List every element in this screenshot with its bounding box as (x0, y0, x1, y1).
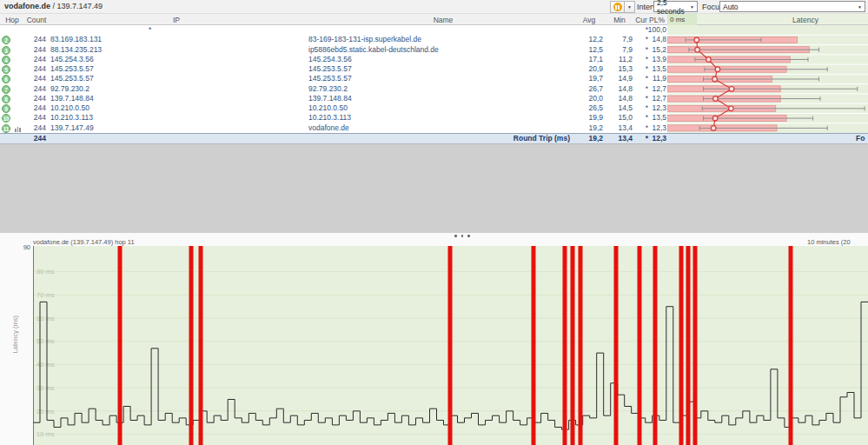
hop-packet-loss: 13,9 (641, 55, 666, 64)
target-host: vodafone.de (4, 2, 50, 10)
pause-dropdown-button[interactable]: ▼ (624, 1, 635, 13)
hop-ip: 10.210.0.50 (50, 103, 89, 113)
focus-select[interactable]: Auto▼ (719, 1, 865, 12)
hop-count: 244 (12, 45, 46, 55)
trace-toolbar: vodafone.de / 139.7.147.49 ▼ Interval 2,… (0, 0, 868, 14)
hop-name: ip5886ebd5.static.kabel-deutschland.de (308, 45, 439, 55)
hop-packet-loss: 12,3 (641, 103, 666, 113)
hop-avg: 12,2 (573, 35, 603, 44)
hop-avg: 26,7 (573, 84, 603, 94)
packet-loss-bar (532, 246, 536, 445)
col-pl[interactable]: PL% (646, 16, 667, 24)
timeline-chart[interactable]: 80 ms70 ms60 ms50 ms40 ms30 ms20 ms10 ms (0, 246, 868, 445)
hop-count: 244 (12, 64, 46, 74)
chevron-down-icon: ▼ (858, 4, 862, 10)
clipped-focus-text: Fo (856, 134, 865, 143)
zero-ms-tab: 0 ms (667, 14, 697, 25)
hop-ip: 139.7.148.84 (50, 94, 94, 103)
gridline-label: 30 ms (36, 384, 55, 392)
hop-avg: 20,9 (573, 64, 603, 74)
packet-loss-bar (199, 246, 203, 445)
pause-button[interactable] (610, 1, 624, 13)
hop-ip: 92.79.230.2 (50, 84, 89, 94)
avg-latency-dot (695, 47, 700, 52)
packet-loss-bar (789, 246, 793, 445)
hop-packet-loss: 11,9 (641, 74, 666, 83)
packet-loss-bar (693, 246, 698, 445)
hop-packet-loss: 13,5 (641, 113, 666, 123)
interval-select[interactable]: 2,5 seconds▼ (653, 1, 698, 12)
target-ip: / 139.7.147.49 (50, 2, 103, 10)
packet-loss-bar (653, 246, 658, 445)
hop-min: 14,8 (605, 84, 633, 94)
hop-ip: 145.253.5.57 (50, 64, 94, 74)
hop-packet-loss: 15,2 (641, 45, 666, 55)
hop-count: 244 (12, 74, 46, 83)
roundtrip-label: Round Trip (ms) (434, 134, 570, 143)
hop-min: 13,4 (605, 123, 633, 133)
hop-name: vodafone.de (308, 123, 349, 133)
hop-min: 15,0 (605, 113, 633, 123)
hop-packet-loss: 13,5 (641, 64, 666, 74)
hop-ip: * (149, 25, 151, 35)
hop-badge: 8 (2, 95, 10, 103)
col-name[interactable]: Name (306, 16, 580, 24)
hop-avg: 20,0 (573, 94, 603, 103)
hop-badge: 2 (2, 36, 10, 44)
hop-packet-loss: 12,7 (641, 84, 666, 94)
hop-count: 244 (12, 35, 46, 44)
hop-avg: 17,1 (573, 55, 603, 64)
col-hop[interactable]: Hop (0, 16, 24, 24)
hop-name: 139.7.148.84 (308, 94, 352, 103)
roundtrip-row[interactable]: 244 Round Trip (ms) 19,2 13,4 * 12,3 Fo (0, 133, 868, 144)
pingplotter-window: vodafone.de / 139.7.147.49 ▼ Interval 2,… (0, 0, 868, 445)
hop-min: 11,2 (605, 55, 633, 64)
avg-latency-dot (712, 76, 718, 82)
col-ip[interactable]: IP (49, 16, 304, 24)
hop-packet-loss: 12,3 (641, 123, 666, 133)
hop-badge: 10 (2, 114, 10, 123)
packet-loss-bar (579, 246, 583, 445)
gridline-label: 10 ms (36, 430, 55, 438)
hop-avg: 19,7 (573, 74, 603, 83)
hop-name: 145.254.3.56 (308, 55, 352, 64)
timeline-panel: vodafone.de (139.7.147.49) hop 11 10 min… (0, 233, 868, 445)
hop-count: 244 (12, 113, 46, 123)
hop-count: 244 (12, 103, 46, 113)
packet-loss-bar (571, 246, 575, 445)
hop-count: 244 (12, 55, 46, 64)
hop-latency-chart[interactable] (667, 25, 868, 133)
hop-name: 10.210.3.113 (308, 113, 351, 123)
hop-avg: 26,5 (573, 103, 603, 113)
packet-loss-bar (614, 246, 619, 445)
hop-badge: 7 (2, 85, 10, 94)
col-latency[interactable]: Latency (779, 16, 832, 24)
gridline-label: 60 ms (36, 315, 55, 322)
hop-badge: 9 (2, 104, 10, 113)
hop-packet-loss: 14,8 (641, 35, 666, 44)
hop-ip: 10.210.3.113 (50, 113, 93, 123)
roundtrip-pl: 12,3 (641, 134, 666, 143)
timeline-range-label: 10 minutes (20 (807, 238, 851, 246)
col-count[interactable]: Count (24, 16, 49, 24)
col-avg[interactable]: Avg (575, 16, 603, 24)
gridline-label: 50 ms (36, 337, 55, 345)
gridline-label: 20 ms (36, 408, 55, 415)
roundtrip-count: 244 (12, 134, 46, 143)
hop-name: 92.79.230.2 (308, 84, 348, 94)
interval-value: 2,5 seconds (657, 0, 686, 16)
hop-name: 145.253.5.57 (308, 74, 352, 83)
hop-ip: 83.169.183.131 (50, 35, 102, 44)
hop-avg: 19,2 (573, 123, 603, 133)
splitter-handle[interactable] (454, 235, 470, 237)
avg-latency-dot (729, 106, 734, 111)
gridline-label: 70 ms (36, 291, 55, 299)
hop-ip: 145.253.5.57 (50, 74, 94, 83)
col-min[interactable]: Min (606, 16, 633, 24)
avg-latency-dot (713, 96, 719, 102)
pause-icon (613, 3, 622, 11)
hop-ip: 88.134.235.213 (50, 45, 102, 55)
hop-min: 14,8 (605, 94, 633, 103)
hop-packet-loss: 100,0 (641, 25, 666, 35)
hop-count: 244 (12, 84, 46, 94)
